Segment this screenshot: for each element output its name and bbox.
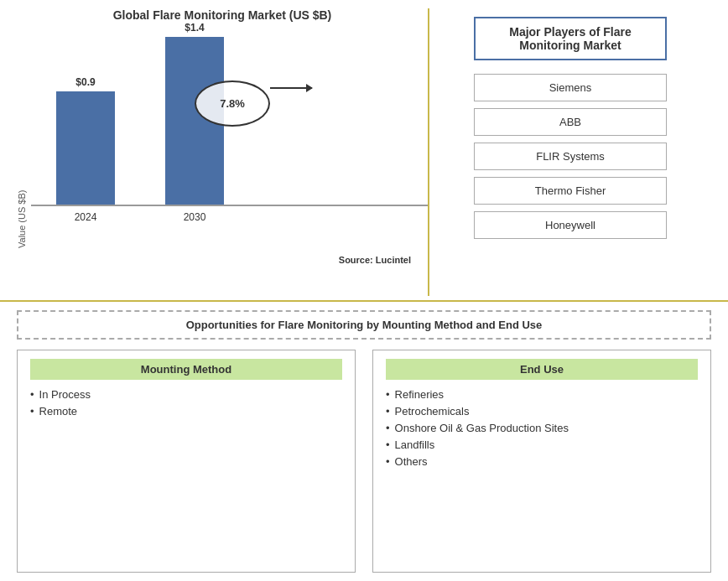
bar-2024 <box>56 91 115 205</box>
bullet-5: • <box>386 422 390 434</box>
player-abb: ABB <box>474 108 667 136</box>
enduse-item-3: • Onshore Oil & Gas Production Sites <box>386 422 698 434</box>
mounting-item-1: • In Process <box>30 388 342 401</box>
bars-container: $0.9 $1.4 7.8% <box>31 30 428 206</box>
arrow-line <box>270 87 312 89</box>
enduse-header: End Use <box>386 359 698 380</box>
bullet-6: • <box>386 438 390 451</box>
bar-value-2024: $0.9 <box>75 76 95 88</box>
opportunities-title: Opportunities for Flare Monitoring by Mo… <box>17 310 711 340</box>
chart-title: Global Flare Monitoring Market (US $B) <box>113 8 332 22</box>
player-honeywell: Honeywell <box>474 211 667 239</box>
source-label: Source: Lucintel <box>17 255 428 265</box>
opportunities-content: Mounting Method • In Process • Remote En… <box>17 350 711 573</box>
player-thermo: Thermo Fisher <box>474 177 667 205</box>
enduse-item-2: • Petrochemicals <box>386 405 698 418</box>
y-axis-label: Value (US $B) <box>17 30 27 248</box>
growth-annotation: 7.8% <box>195 80 270 127</box>
bullet-1: • <box>30 388 34 401</box>
mounting-header: Mounting Method <box>30 359 342 380</box>
player-flir: FLIR Systems <box>474 143 667 170</box>
bottom-section: Opportunities for Flare Monitoring by Mo… <box>0 302 728 581</box>
x-label-2030: 2030 <box>165 211 224 223</box>
chart-area: Global Flare Monitoring Market (US $B) V… <box>17 8 428 296</box>
enduse-column: End Use • Refineries • Petrochemicals • … <box>372 350 711 573</box>
enduse-item-1: • Refineries <box>386 388 698 401</box>
bullet-4: • <box>386 405 390 418</box>
bar-group-2024: $0.9 <box>56 76 115 205</box>
players-title: Major Players of Flare Monitoring Market <box>474 17 667 60</box>
mounting-column: Mounting Method • In Process • Remote <box>17 350 356 573</box>
players-area: Major Players of Flare Monitoring Market… <box>429 8 711 296</box>
x-label-2024: 2024 <box>56 211 115 223</box>
mounting-item-2: • Remote <box>30 405 342 418</box>
enduse-item-5: • Others <box>386 455 698 468</box>
player-siemens: Siemens <box>474 74 667 101</box>
bar-value-2030: $1.4 <box>185 22 204 34</box>
bullet-7: • <box>386 455 390 468</box>
bullet-3: • <box>386 388 390 401</box>
bar-chart: $0.9 $1.4 7.8% 2024 2030 <box>31 30 428 248</box>
x-axis-labels: 2024 2030 <box>31 206 428 228</box>
enduse-item-4: • Landfills <box>386 438 698 451</box>
bullet-2: • <box>30 405 34 418</box>
